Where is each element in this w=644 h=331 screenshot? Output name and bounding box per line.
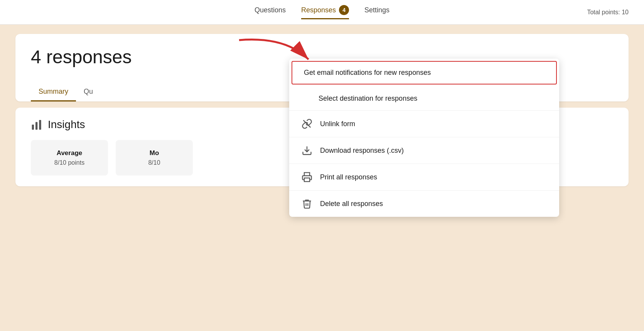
bar-chart-icon [31,118,43,131]
dropdown-unlink-form[interactable]: Unlink form [289,111,559,137]
svg-rect-1 [35,122,37,130]
tab-questions[interactable]: Questions [255,6,286,19]
dropdown-print-responses[interactable]: Print all responses [289,164,559,191]
stat-median-label: Mo [131,149,177,157]
stat-median: Mo 8/10 [116,140,193,176]
stat-average-label: Average [46,149,93,157]
tab-responses[interactable]: Responses 4 [301,5,349,19]
svg-rect-2 [39,120,41,130]
download-icon [302,145,312,156]
top-nav: Questions Responses 4 Settings Total poi… [0,0,644,25]
total-points: Total points: 10 [587,9,629,16]
svg-rect-0 [32,125,34,130]
tab-responses-label: Responses [301,6,336,14]
stat-average: Average 8/10 points [31,140,108,176]
stat-average-value: 8/10 points [46,159,93,166]
insights-title: Insights [48,118,85,131]
tab-settings-label: Settings [364,6,389,14]
print-icon [302,172,312,182]
tab-settings[interactable]: Settings [364,6,389,19]
svg-line-4 [303,120,311,128]
select-destination-label: Select destination for responses [319,95,417,103]
dropdown-menu: Get email notifications for new response… [289,59,559,217]
dropdown-delete-responses[interactable]: Delete all responses [289,191,559,217]
email-notifications-label: Get email notifications for new response… [304,69,431,77]
tab-questions-label: Questions [255,6,286,14]
print-responses-label: Print all responses [320,173,377,181]
stat-median-value: 8/10 [131,159,177,166]
tab-summary[interactable]: Summary [31,83,76,101]
main-content: 4 responses Summary Qu Insights Ave [0,25,644,196]
svg-rect-6 [304,178,310,181]
dropdown-select-destination[interactable]: Select destination for responses [289,87,559,111]
unlink-form-label: Unlink form [320,120,355,128]
delete-responses-label: Delete all responses [320,200,383,208]
unlink-icon [302,118,312,129]
dropdown-email-notifications[interactable]: Get email notifications for new response… [292,61,557,84]
trash-icon [302,198,312,209]
download-responses-label: Download responses (.csv) [320,147,404,155]
nav-tabs: Questions Responses 4 Settings [255,5,389,19]
responses-badge: 4 [339,5,349,15]
tab-question[interactable]: Qu [76,83,101,101]
dropdown-download-responses[interactable]: Download responses (.csv) [289,137,559,164]
